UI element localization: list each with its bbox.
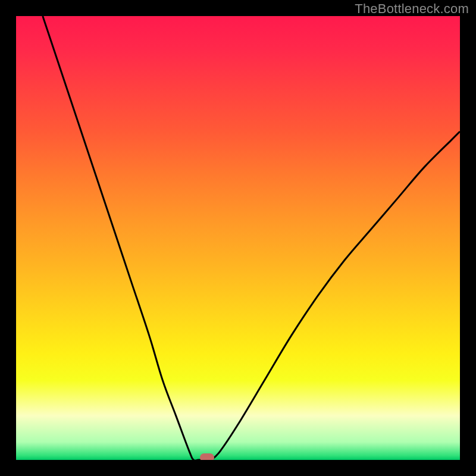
chart-curve bbox=[16, 16, 460, 460]
chart-frame bbox=[16, 16, 460, 460]
optimal-point-marker bbox=[200, 453, 214, 460]
watermark-text: TheBottleneck.com bbox=[355, 1, 469, 17]
curve-left-branch bbox=[43, 16, 203, 460]
curve-right-branch bbox=[211, 131, 460, 460]
